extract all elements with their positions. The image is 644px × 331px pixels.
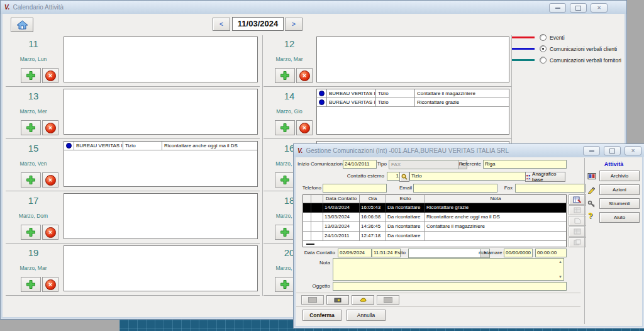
delete-event-button[interactable]: ✕ <box>42 120 58 135</box>
delete-event-button[interactable]: ✕ <box>42 225 58 240</box>
close-button[interactable]: ✕ <box>625 146 641 155</box>
delete-event-button[interactable]: ✕ <box>296 68 313 83</box>
add-event-button[interactable] <box>275 225 295 240</box>
day-events-list[interactable] <box>64 36 258 82</box>
table-row[interactable]: 14/03/2024 16:05:43 Da ricontattare Rico… <box>303 203 566 213</box>
toolbar-button-3[interactable] <box>352 295 374 305</box>
home-button[interactable] <box>11 18 33 32</box>
data-contatto-input[interactable]: 02/09/2024 <box>338 249 372 257</box>
add-icon <box>26 70 36 81</box>
add-event-button[interactable] <box>21 68 41 83</box>
scroll-down-icon[interactable]: ▼ <box>558 275 562 279</box>
entry-dot-icon <box>319 99 325 105</box>
toolbar-button-2[interactable] <box>326 295 349 305</box>
add-event-button[interactable] <box>21 120 41 135</box>
toolbar-button-4[interactable] <box>377 295 399 305</box>
event-row[interactable]: BUREAU VERITAS I Tizio Ricontattare anch… <box>64 142 257 150</box>
delete-event-button[interactable]: ✕ <box>42 172 58 188</box>
anagrafico-base-button[interactable]: Anagrafico base <box>525 172 565 182</box>
azioni-button[interactable]: Azioni <box>599 184 640 195</box>
mail-icon <box>334 298 341 303</box>
archivio-button[interactable]: Archivio <box>599 171 640 181</box>
add-event-button[interactable] <box>275 277 295 292</box>
toolbar-button-1[interactable] <box>301 295 324 305</box>
contatto-numero-input[interactable]: 1 <box>387 172 401 181</box>
legend-radio-selected[interactable] <box>540 45 547 52</box>
email-input[interactable] <box>413 184 497 193</box>
contatto-nome-input[interactable]: Tizio <box>409 172 526 181</box>
richiamare-label: richiamare il <box>479 249 502 257</box>
day-events-list[interactable] <box>316 36 509 82</box>
table-tool-button-5[interactable] <box>569 237 586 247</box>
add-event-button[interactable] <box>21 225 41 240</box>
table-row[interactable]: 13/03/2024 14:36:45 Da ricontattare Cont… <box>303 222 566 232</box>
richiamare-ora-input[interactable]: 00:00:00 <box>535 249 567 257</box>
event-note: Ricontattare anche oggi ma il DS <box>162 142 257 150</box>
day-label: Marzo, Mar <box>6 265 61 271</box>
maximize-button[interactable] <box>570 3 587 13</box>
strumenti-button[interactable]: Strumenti <box>599 198 640 209</box>
table-tool-button-4[interactable] <box>569 227 586 237</box>
add-event-button[interactable] <box>275 172 295 188</box>
delete-icon: ✕ <box>45 175 56 186</box>
next-day-button[interactable]: > <box>285 18 303 31</box>
add-icon <box>26 123 36 133</box>
esito-select[interactable]: ▼ <box>408 249 490 258</box>
date-input[interactable]: 11/03/2024 <box>232 17 284 31</box>
day-number: 12 <box>265 38 314 49</box>
aiuto-button[interactable]: Aiuto <box>599 212 640 223</box>
communications-dialog: V. Gestione Comunicazioni (Int) -001.ALF… <box>293 143 644 328</box>
table-tool-button-3[interactable] <box>569 216 586 226</box>
referente-label: Referente <box>456 160 481 168</box>
table-row[interactable]: 24/10/2011 12:47:18 Da ricontattare <box>303 232 566 241</box>
day-label: Marzo, Mar <box>265 56 314 62</box>
contacts-history-table[interactable]: Data Contatto Ora Esito Nota 14/03/2024 … <box>303 194 567 247</box>
maximize-button[interactable] <box>604 146 621 155</box>
day-events-list[interactable]: BUREAU VERITAS I Tizio Contattare il mag… <box>316 89 509 135</box>
referente-input[interactable]: Riga <box>483 160 567 169</box>
delete-event-button[interactable]: ✕ <box>42 68 58 83</box>
contact-lookup-button[interactable] <box>399 172 409 182</box>
day-events-list[interactable] <box>64 89 258 135</box>
legend-color-line <box>512 48 535 50</box>
conferma-button[interactable]: Conferma <box>303 310 341 321</box>
table-tool-button-1[interactable] <box>569 194 586 205</box>
minimize-button[interactable] <box>549 3 566 13</box>
legend-radio[interactable] <box>540 34 547 41</box>
table-tool-button-2[interactable] <box>569 205 586 215</box>
richiamare-data-input[interactable]: 00/00/0000 <box>504 249 533 257</box>
day-events-list[interactable]: BUREAU VERITAS I Tizio Ricontattare anch… <box>64 141 258 187</box>
entry-dot-icon <box>66 143 72 149</box>
add-event-button[interactable] <box>275 68 295 83</box>
nota-textarea[interactable]: ▲ ▼ <box>333 258 564 281</box>
day-events-list[interactable] <box>64 193 258 239</box>
annulla-button[interactable]: Annulla <box>347 310 386 321</box>
minimize-button[interactable] <box>583 146 600 155</box>
event-row[interactable]: BUREAU VERITAS I Tizio Contattare il mag… <box>317 89 509 98</box>
day-number: 13 <box>6 91 61 101</box>
column-separator <box>262 35 263 296</box>
day-number: 15 <box>6 143 61 154</box>
event-note: Ricontattare grazie <box>415 98 509 107</box>
entry-dot-icon <box>319 91 325 96</box>
calendar-titlebar[interactable]: V. Calendario Attività <box>1 1 626 14</box>
event-row[interactable]: BUREAU VERITAS I Tizio Ricontattare graz… <box>317 98 509 107</box>
add-event-button[interactable] <box>21 172 41 188</box>
add-event-button[interactable] <box>21 277 41 292</box>
delete-event-button[interactable]: ✕ <box>42 277 58 292</box>
day-label: Marzo, Ven <box>6 160 61 167</box>
prev-day-button[interactable]: < <box>213 18 230 31</box>
scroll-up-icon[interactable]: ▲ <box>558 260 562 264</box>
minimize-icon <box>589 150 594 152</box>
delete-event-button[interactable]: ✕ <box>296 120 313 135</box>
close-button[interactable]: ✕ <box>591 3 608 13</box>
fax-input[interactable] <box>515 184 586 193</box>
table-row[interactable]: 13/03/2024 16:06:58 Da ricontattare Rico… <box>303 213 566 222</box>
add-event-button[interactable] <box>275 120 295 135</box>
telefono-input[interactable] <box>323 184 387 193</box>
day-events-list[interactable] <box>64 245 258 291</box>
oggetto-input[interactable] <box>333 282 567 291</box>
legend-radio[interactable] <box>540 57 547 64</box>
add-icon <box>280 123 290 133</box>
inizio-input[interactable]: 24/10/2011 <box>343 160 377 169</box>
